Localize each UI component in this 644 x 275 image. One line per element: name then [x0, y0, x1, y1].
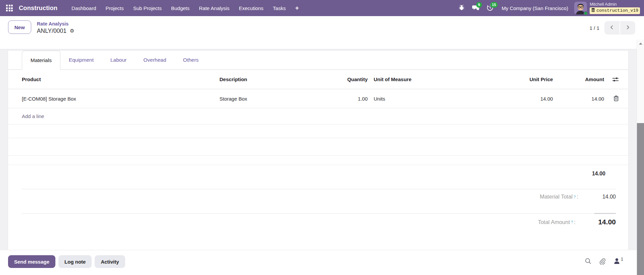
chevron-left-icon: [610, 25, 614, 31]
debug-bug-button[interactable]: [456, 2, 467, 14]
tab-overhead[interactable]: Overhead: [135, 51, 175, 69]
material-total-value: 14.00: [578, 194, 616, 200]
cell-uom[interactable]: Units: [374, 96, 504, 102]
chevron-right-icon: [626, 25, 630, 31]
search-icon: [585, 258, 591, 265]
pager-count: 1 / 1: [590, 25, 599, 31]
help-marker-icon[interactable]: ?: [571, 220, 573, 224]
header-description[interactable]: Description: [219, 76, 315, 82]
list-footer-separator: [8, 156, 628, 165]
amount-column-total: 14.00: [8, 165, 628, 177]
form-sheet: Materials Equipment Labour Overhead Othe…: [8, 50, 629, 250]
database-icon: [591, 8, 595, 14]
database-name: construction_v19: [596, 8, 638, 13]
optional-columns-icon[interactable]: [612, 76, 619, 82]
header-uom[interactable]: Unit of Measure: [374, 76, 504, 82]
total-amount-value: 14.00: [576, 218, 616, 226]
main-menu: Dashboard Projects Sub Projects Budgets …: [67, 3, 303, 13]
new-record-button[interactable]: New: [8, 20, 31, 34]
breadcrumb: Rate Analysis ANLY/0001 ⚙: [37, 20, 75, 35]
trash-icon: [613, 95, 619, 102]
cell-description[interactable]: Storage Box: [219, 96, 315, 102]
help-marker-icon[interactable]: ?: [574, 195, 576, 199]
form-view: Materials Equipment Labour Overhead Othe…: [0, 49, 644, 250]
attach-files-button[interactable]: [599, 258, 605, 266]
menu-budgets[interactable]: Budgets: [166, 3, 194, 13]
activities-button[interactable]: 15: [484, 2, 496, 14]
add-line-row: Add a line: [8, 108, 628, 124]
activity-button[interactable]: Activity: [95, 255, 125, 268]
user-name: Mitchell Admin: [590, 2, 617, 7]
cell-unit-price[interactable]: 14.00: [504, 96, 553, 102]
breadcrumb-rate-analysis-link[interactable]: Rate Analysis: [37, 20, 75, 27]
pager-previous-button[interactable]: [604, 21, 620, 35]
menu-dashboard[interactable]: Dashboard: [67, 3, 101, 13]
apps-grid-icon: [6, 5, 13, 11]
pager-next-button[interactable]: [620, 21, 635, 35]
chatter-bar: Send message Log note Activity: [0, 250, 644, 275]
follower-person-icon: [613, 258, 620, 265]
tab-labour[interactable]: Labour: [102, 51, 135, 69]
menu-executions[interactable]: Executions: [234, 3, 268, 13]
cell-product[interactable]: [E-COM08] Storage Box: [22, 96, 219, 102]
company-switcher[interactable]: My Company (San Francisco): [502, 5, 568, 11]
followers-button[interactable]: 1: [613, 258, 623, 265]
empty-list-row: [8, 124, 628, 138]
scrollbar-thumb[interactable]: [637, 123, 644, 275]
header-product[interactable]: Product: [22, 76, 219, 82]
header-unit-price[interactable]: Unit Price: [504, 76, 553, 82]
gear-icon[interactable]: ⚙: [70, 29, 74, 34]
followers-count: 1: [621, 257, 623, 262]
online-status-dot: [584, 11, 588, 15]
menu-tasks[interactable]: Tasks: [268, 3, 290, 13]
control-panel: New Rate Analysis ANLY/0001 ⚙ 1 / 1: [0, 16, 644, 49]
messages-button[interactable]: 9: [470, 2, 482, 14]
material-total-label: Material Total: [540, 194, 573, 200]
scrollbar-up-arrow[interactable]: [637, 40, 644, 48]
header-amount[interactable]: Amount: [553, 76, 604, 82]
menu-rate-analysis[interactable]: Rate Analysis: [194, 3, 234, 13]
notebook-tabs: Materials Equipment Labour Overhead Othe…: [8, 51, 628, 70]
send-message-button[interactable]: Send message: [8, 255, 55, 268]
add-a-line-link[interactable]: Add a line: [22, 113, 44, 119]
paperclip-icon: [599, 258, 605, 266]
table-row: [E-COM08] Storage Box Storage Box 1.00 U…: [8, 89, 628, 108]
tab-others[interactable]: Others: [175, 51, 207, 69]
tab-materials[interactable]: Materials: [22, 51, 60, 70]
record-pager: 1 / 1: [590, 20, 635, 35]
tab-equipment[interactable]: Equipment: [60, 51, 102, 69]
delete-row-button[interactable]: [613, 95, 619, 102]
record-name: ANLY/0001: [37, 28, 66, 35]
cell-amount[interactable]: 14.00: [553, 96, 604, 102]
apps-menu-button[interactable]: [3, 2, 15, 14]
bug-icon: [458, 4, 465, 12]
avatar: [574, 2, 587, 14]
messages-count-badge: 9: [476, 2, 482, 8]
search-messages-button[interactable]: [585, 258, 591, 265]
empty-list-row: [8, 138, 628, 156]
menu-projects[interactable]: Projects: [101, 3, 129, 13]
grand-total-divider: [22, 213, 616, 214]
vertical-scrollbar[interactable]: [637, 40, 644, 275]
material-total-row: Material Total ? : 14.00: [8, 189, 628, 200]
totals-divider: [22, 189, 616, 189]
total-amount-row: Total Amount ? : 14.00: [8, 214, 628, 226]
top-navbar: Construction Dashboard Projects Sub Proj…: [0, 0, 644, 16]
menu-add-button[interactable]: +: [290, 3, 303, 13]
menu-sub-projects[interactable]: Sub Projects: [129, 3, 166, 13]
cell-quantity[interactable]: 1.00: [315, 96, 367, 102]
activities-count-badge: 15: [490, 2, 498, 8]
total-amount-label: Total Amount: [538, 219, 570, 225]
user-menu[interactable]: Mitchell Admin construction_v19: [574, 2, 640, 14]
log-note-button[interactable]: Log note: [58, 255, 92, 268]
app-name[interactable]: Construction: [19, 4, 57, 12]
header-quantity[interactable]: Quantity: [315, 76, 367, 82]
list-header-row: Product Description Quantity Unit of Mea…: [8, 70, 628, 89]
database-badge: construction_v19: [590, 7, 640, 14]
